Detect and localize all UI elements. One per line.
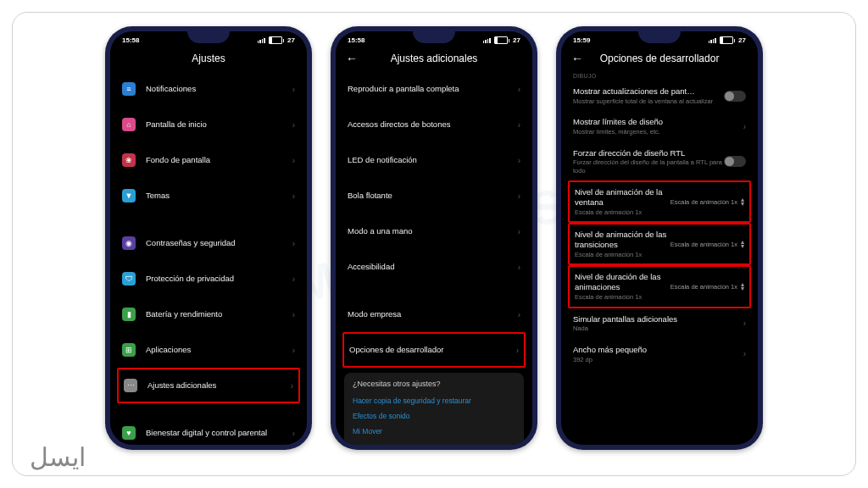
list-item[interactable]: ◉Contraseñas y seguridad› xyxy=(110,225,307,261)
row-label: Accesos directos de botones xyxy=(348,119,513,130)
row-label: Bienestar digital y control parental xyxy=(146,428,287,438)
list-item[interactable]: ⊞Aplicaciones› xyxy=(110,332,307,368)
row-label: Protección de privacidad xyxy=(146,274,287,284)
signal-icon xyxy=(258,38,265,43)
row-value: Escala de animación 1x xyxy=(670,241,737,248)
notch xyxy=(638,31,681,43)
notch xyxy=(413,31,455,43)
settings-list: Mostrar actualizaciones de pant…Mostrar … xyxy=(561,80,758,369)
list-item[interactable]: Modo empresa› xyxy=(336,297,532,332)
row-label: Ancho más pequeño392 dp xyxy=(573,345,738,363)
screen-3: 15:59 27 ← Opciones de desarrollador DIB… xyxy=(561,31,758,445)
signal-icon xyxy=(709,38,716,43)
list-item[interactable]: ⌂Pantalla de inicio› xyxy=(110,107,307,142)
card-question: ¿Necesitas otros ajustes? xyxy=(353,380,515,388)
page-title: Opciones de desarrollador xyxy=(600,53,720,64)
chevron-right-icon: › xyxy=(743,122,746,131)
row-label: Ajustes adicionales xyxy=(147,380,286,391)
toggle[interactable] xyxy=(724,156,746,167)
list-item[interactable]: ▼Temas› xyxy=(110,178,307,214)
list-item[interactable]: Nivel de duración de las animacionesEsca… xyxy=(570,267,749,306)
suggestion-link[interactable]: Hacer copia de seguridad y restaurar xyxy=(353,393,515,408)
list-item[interactable]: Forzar dirección de diseño RTLForzar dir… xyxy=(561,142,758,181)
row-icon: 🛡 xyxy=(122,272,136,286)
list-item[interactable]: Nivel de animación de las transicionesEs… xyxy=(570,225,749,263)
chevron-right-icon: › xyxy=(518,227,520,236)
settings-list: Reproducir a pantalla completa›Accesos d… xyxy=(336,71,532,368)
page-title: Ajustes xyxy=(110,46,307,71)
list-item[interactable]: 🛡Protección de privacidad› xyxy=(110,261,307,297)
suggestions-card: ¿Necesitas otros ajustes? Hacer copia de… xyxy=(344,373,524,445)
chevron-right-icon: › xyxy=(292,429,295,438)
settings-list: ≡Notificaciones›⌂Pantalla de inicio›❀Fon… xyxy=(110,71,307,445)
chevron-right-icon: › xyxy=(292,191,295,201)
screen-1: 15:58 27 Ajustes ≡Notificaciones›⌂Pantal… xyxy=(110,31,307,445)
row-label: Nivel de animación de la ventanaEscala d… xyxy=(575,187,670,216)
row-label: Modo a una mano xyxy=(348,226,513,236)
chevron-right-icon: › xyxy=(291,381,293,391)
list-item[interactable]: ❀Fondo de pantalla› xyxy=(110,142,307,178)
page-header: ← Opciones de desarrollador xyxy=(561,46,758,71)
chevron-right-icon: › xyxy=(292,120,295,130)
stepper-icon[interactable]: ▴▾ xyxy=(741,197,744,207)
list-item[interactable]: Ancho más pequeño392 dp› xyxy=(561,339,758,369)
stepper-icon[interactable]: ▴▾ xyxy=(741,282,744,291)
chevron-right-icon: › xyxy=(518,263,520,272)
row-value: Escala de animación 1x xyxy=(670,283,737,291)
row-label: Opciones de desarrollador xyxy=(349,345,511,355)
list-item[interactable]: Modo a una mano› xyxy=(336,214,532,249)
list-item[interactable]: Accesos directos de botones› xyxy=(336,107,532,142)
chevron-right-icon: › xyxy=(518,85,520,94)
chevron-right-icon: › xyxy=(292,156,295,165)
row-label: Pantalla de inicio xyxy=(146,119,287,130)
chevron-right-icon: › xyxy=(743,349,746,358)
list-item[interactable]: Opciones de desarrollador› xyxy=(344,334,524,366)
row-icon: ❀ xyxy=(122,153,136,167)
toggle[interactable] xyxy=(724,91,746,102)
chevron-right-icon: › xyxy=(292,346,295,355)
back-icon[interactable]: ← xyxy=(346,53,358,64)
row-label: Reproducir a pantalla completa xyxy=(348,84,513,94)
list-item[interactable]: Bola flotante› xyxy=(336,178,532,214)
stepper-icon[interactable]: ▴▾ xyxy=(741,240,744,249)
row-label: Aplicaciones xyxy=(146,345,287,355)
row-label: Nivel de animación de las transicionesEs… xyxy=(575,230,670,258)
page-title: Ajustes adicionales xyxy=(391,53,478,64)
suggestion-link[interactable]: Mi Mover xyxy=(353,424,515,439)
list-item[interactable]: Accesibilidad› xyxy=(336,249,532,285)
list-item[interactable]: ♥Bienestar digital y control parental› xyxy=(110,415,307,445)
notch xyxy=(187,31,230,43)
list-item[interactable]: Nivel de animación de la ventanaEscala d… xyxy=(570,182,749,221)
battery-icon xyxy=(720,36,736,44)
back-icon[interactable]: ← xyxy=(571,53,583,64)
row-icon: ≡ xyxy=(122,82,136,96)
list-item[interactable]: ⋯Ajustes adicionales› xyxy=(119,369,298,402)
row-label: Bola flotante xyxy=(348,191,513,201)
row-value: Escala de animación 1x xyxy=(670,198,737,206)
row-label: Mostrar actualizaciones de pant…Mostrar … xyxy=(573,86,724,105)
row-icon: ♥ xyxy=(122,426,136,440)
list-item[interactable]: Mostrar límites de diseñoMostrar límites… xyxy=(561,111,758,141)
row-label: Nivel de duración de las animacionesEsca… xyxy=(575,272,670,301)
list-item[interactable]: ▮Batería y rendimiento› xyxy=(110,297,307,332)
phone-mockup-1: 15:58 27 Ajustes ≡Notificaciones›⌂Pantal… xyxy=(105,26,312,450)
clock: 15:58 xyxy=(122,36,139,44)
row-label: Mostrar límites de diseñoMostrar límites… xyxy=(573,117,738,136)
chevron-right-icon: › xyxy=(292,85,295,94)
row-label: Contraseñas y seguridad xyxy=(146,238,287,248)
list-item[interactable]: Simular pantallas adicionalesNada› xyxy=(561,308,758,339)
suggestion-link[interactable]: Efectos de sonido xyxy=(353,408,515,424)
row-label: Temas xyxy=(146,191,287,201)
brand-logo: ایسل xyxy=(30,442,86,472)
list-item[interactable]: LED de notificación› xyxy=(336,142,532,178)
phone-mockup-3: 15:59 27 ← Opciones de desarrollador DIB… xyxy=(556,26,763,450)
list-item[interactable]: ≡Notificaciones› xyxy=(110,71,307,107)
section-label: DIBUJO xyxy=(561,71,758,80)
chevron-right-icon: › xyxy=(518,191,520,201)
list-item[interactable]: Reproducir a pantalla completa› xyxy=(336,71,532,107)
battery-pct: 27 xyxy=(513,36,520,44)
signal-icon xyxy=(483,38,491,43)
list-item[interactable]: Mostrar actualizaciones de pant…Mostrar … xyxy=(561,80,758,111)
chevron-right-icon: › xyxy=(292,239,295,248)
row-label: LED de notificación xyxy=(348,155,513,165)
